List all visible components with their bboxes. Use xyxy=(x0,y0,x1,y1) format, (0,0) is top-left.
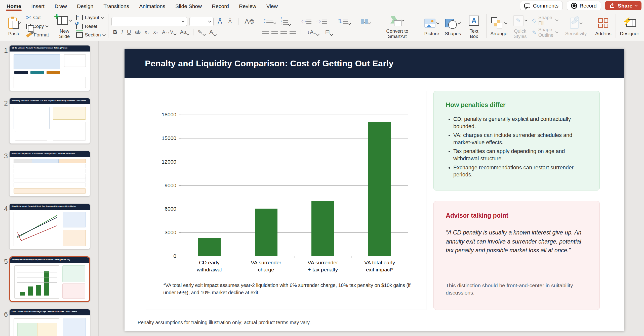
slide-thumbnail-4[interactable]: Risk/Return and Growth Effect: Fee Drag … xyxy=(9,204,90,249)
slide-title: Penalty and Liquidity Comparison: Cost o… xyxy=(125,59,393,68)
shapes-button[interactable]: Shapes xyxy=(444,16,462,37)
slide-thumbnail-6[interactable]: Risk Tolerance and Suitability: Align Pr… xyxy=(9,309,90,336)
columns-button[interactable] xyxy=(359,19,372,24)
comments-button[interactable]: Comments xyxy=(520,1,563,10)
tab-design[interactable]: Design xyxy=(72,2,98,10)
layout-button[interactable]: Layout xyxy=(76,14,105,21)
format-button[interactable]: Format xyxy=(26,31,49,39)
slide-thumbnail-3[interactable]: Feature Comparison: Certificates of Depo… xyxy=(9,151,90,197)
thumbnail-content-block xyxy=(14,169,86,173)
thumbnail-content-block xyxy=(64,54,86,67)
tab-record[interactable]: Record xyxy=(207,2,234,10)
paragraph-group: 123 ⇦ ⇨ ⇅ ↓A↓ ⊟ xyxy=(259,13,375,40)
change-case-button[interactable]: Aa xyxy=(178,29,191,35)
decrease-font-size-button[interactable]: Ǎ xyxy=(226,18,234,25)
tab-insert[interactable]: Insert xyxy=(26,2,50,10)
sensitivity-button[interactable]: Sensitivity xyxy=(564,16,588,37)
align-center-button[interactable] xyxy=(271,30,278,35)
shape-outline-button[interactable]: ✎Shape Outline xyxy=(532,29,558,36)
slide-thumbnail-1[interactable]: CD-to-Variable Annuity Rollovers: Fiduci… xyxy=(9,45,90,91)
cut-label: Cut xyxy=(33,15,41,20)
align-right-button[interactable] xyxy=(280,30,287,35)
share-label: Share xyxy=(618,3,632,9)
bullets-button[interactable] xyxy=(262,19,277,24)
thumbnail-title: Feature Comparison: Certificates of Depo… xyxy=(10,151,90,157)
designer-button[interactable]: Designer xyxy=(619,16,640,37)
bar-3[interactable] xyxy=(311,201,334,256)
cut-button[interactable]: ✂Cut xyxy=(26,14,49,21)
tab-animations[interactable]: Animations xyxy=(134,2,170,10)
quick-styles-icon: ✎ xyxy=(513,15,524,26)
slides-group: New Slide Layout Reset Section xyxy=(52,13,108,40)
copy-button[interactable]: Copy xyxy=(26,23,49,30)
bar-2[interactable] xyxy=(255,209,277,256)
text-direction-button[interactable]: ↓A↓ xyxy=(305,29,321,35)
chart-footnote: *VA total early exit impact assumes year… xyxy=(163,282,412,297)
strikethrough-button[interactable]: ab xyxy=(133,29,142,35)
tab-transitions[interactable]: Transitions xyxy=(98,2,134,10)
text-box-button[interactable]: A Text Box xyxy=(465,13,483,40)
sensitivity-group: Sensitivity xyxy=(561,13,591,40)
thumbnail-bar xyxy=(36,285,41,296)
slide-thumbnail-2[interactable]: Advisory Position: Default to "Do Not Re… xyxy=(9,98,90,144)
record-button[interactable]: Record xyxy=(567,1,601,10)
green-box-bullet: CD: penalty is generally explicit and co… xyxy=(453,116,587,130)
thumbnail-row: 3Feature Comparison: Certificates of Dep… xyxy=(0,151,98,201)
slide-thumbnail-5[interactable]: Penalty and Liquidity Comparison: Cost o… xyxy=(9,256,90,302)
quick-styles-button[interactable]: ✎ Quick Styles xyxy=(511,13,530,40)
thumbnail-row: 2Advisory Position: Default to "Do Not R… xyxy=(0,98,98,148)
superscript-button[interactable]: x2 xyxy=(143,29,151,35)
numbering-button[interactable]: 123 xyxy=(279,17,292,25)
character-spacing-button[interactable]: A↔V xyxy=(160,29,178,35)
italic-button[interactable]: I xyxy=(119,29,125,35)
increase-indent-button[interactable]: ⇨ xyxy=(315,18,328,25)
convert-smartart-button[interactable]: Convert to SmartArt xyxy=(378,13,416,40)
align-left-button[interactable] xyxy=(262,30,269,35)
clear-formatting-button[interactable]: A⎊ xyxy=(243,18,256,25)
layout-chevron-icon xyxy=(101,16,104,19)
comments-label: Comments xyxy=(533,3,558,9)
bar-4[interactable] xyxy=(368,122,391,256)
arrange-button[interactable]: Arrange xyxy=(490,16,508,37)
tab-review[interactable]: Review xyxy=(234,2,261,10)
section-icon xyxy=(76,32,83,38)
slide-editor[interactable]: Penalty and Liquidity Comparison: Cost o… xyxy=(125,49,624,331)
bar-1[interactable] xyxy=(198,238,221,256)
section-label: Section xyxy=(85,32,101,38)
reset-button[interactable]: Reset xyxy=(76,23,105,30)
shape-fill-button[interactable]: ◇Shape Fill xyxy=(532,17,558,24)
font-name-combo[interactable] xyxy=(111,17,187,26)
align-text-button[interactable]: ⊟ xyxy=(323,29,334,35)
thumbnail-content-block xyxy=(14,107,50,129)
arrange-group: Arrange ✎ Quick Styles ◇Shape Fill ✎Shap… xyxy=(487,13,561,40)
underline-button[interactable]: U xyxy=(125,29,133,35)
font-color-button[interactable]: A xyxy=(208,29,218,36)
section-button[interactable]: Section xyxy=(76,31,105,39)
tab-home[interactable]: Home xyxy=(2,2,26,10)
line-spacing-button[interactable]: ⇅ xyxy=(336,18,352,25)
picture-button[interactable]: Picture xyxy=(422,16,441,37)
tab-draw[interactable]: Draw xyxy=(50,2,72,10)
highlight-button[interactable]: ✎ xyxy=(196,29,207,35)
bar-chart[interactable]: 0300060009000120001500018000CD early wit… xyxy=(146,91,426,310)
advisor-talking-point-box[interactable]: Advisor talking point “A CD penalty is u… xyxy=(433,201,600,310)
font-size-combo[interactable] xyxy=(189,17,214,26)
thumbnail-body xyxy=(10,263,89,301)
subscript-button[interactable]: x2 xyxy=(152,29,160,35)
picture-label: Picture xyxy=(424,31,439,36)
copilot-button[interactable]: Copilot xyxy=(642,16,644,37)
new-slide-button[interactable]: New Slide xyxy=(55,13,74,40)
bold-button[interactable]: B xyxy=(111,29,119,35)
decrease-indent-button[interactable]: ⇦ xyxy=(300,18,313,25)
justify-button[interactable] xyxy=(290,30,296,35)
share-button[interactable]: Share xyxy=(605,1,641,10)
red-box-title: Advisor talking point xyxy=(446,212,587,219)
y-tick-label: 6000 xyxy=(154,206,176,212)
increase-font-size-button[interactable]: Â xyxy=(216,18,224,25)
add-ins-button[interactable]: Add-ins xyxy=(594,16,613,37)
how-penalties-differ-box[interactable]: How penalties differ CD: penalty is gene… xyxy=(433,91,600,190)
tab-view[interactable]: View xyxy=(261,2,283,10)
tab-slide-show[interactable]: Slide Show xyxy=(170,2,207,10)
thumbnail-content-block xyxy=(15,131,47,140)
paste-button[interactable]: Paste xyxy=(5,16,24,37)
